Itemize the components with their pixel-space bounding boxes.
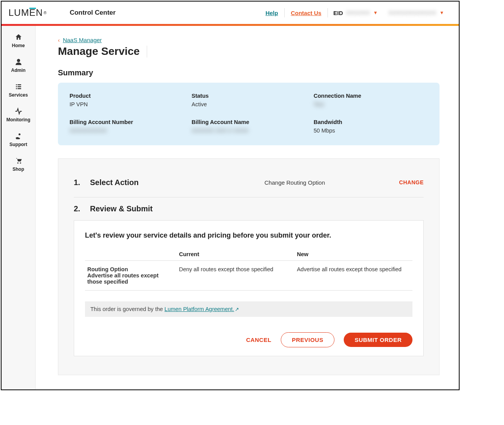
summary-heading: Summary xyxy=(58,68,440,77)
previous-button[interactable]: PREVIOUS xyxy=(281,332,335,347)
header: LUMEN® Control Center Help Contact Us EI… xyxy=(2,2,459,24)
control-center-label: Control Center xyxy=(70,9,115,17)
svg-rect-4 xyxy=(17,86,21,87)
support-icon xyxy=(14,132,23,140)
logo-text: LUMEN xyxy=(8,7,43,18)
field-connection-name: Connection Name Test xyxy=(314,93,428,107)
svg-rect-6 xyxy=(17,88,21,89)
sidebar-item-support[interactable]: Support xyxy=(2,132,35,147)
col-new: New xyxy=(295,248,412,261)
col-current: Current xyxy=(176,248,294,261)
eid-label: EID xyxy=(333,10,343,16)
review-panel: Let's review your service details and pr… xyxy=(74,220,424,356)
account-value: XXXXXXXXXXXX xyxy=(389,10,436,16)
chevron-down-icon: ▼ xyxy=(440,10,444,15)
sidebar-item-monitoring[interactable]: Monitoring xyxy=(2,107,35,122)
agreement-bar: This order is governed by the Lumen Plat… xyxy=(85,301,412,317)
svg-point-9 xyxy=(20,162,21,163)
review-heading: Let's review your service details and pr… xyxy=(85,231,412,240)
field-value: Active xyxy=(192,101,306,107)
activity-icon xyxy=(14,107,23,116)
submit-order-button[interactable]: SUBMIT ORDER xyxy=(344,333,412,347)
main-content: ‹ NaaS Manager Manage Service Summary Pr… xyxy=(36,26,459,389)
sidebar: Home Admin Services Monitoring xyxy=(2,26,36,389)
step-number: 2. xyxy=(74,204,90,213)
user-icon xyxy=(14,58,23,66)
eid-dropdown[interactable]: EID XXXXXX ▼ xyxy=(328,10,383,16)
app-frame: LUMEN® Control Center Help Contact Us EI… xyxy=(1,1,460,390)
sidebar-item-label: Admin xyxy=(2,68,35,73)
field-value: IP VPN xyxy=(70,101,184,107)
step-one-row: 1. Select Action Change Routing Option C… xyxy=(74,171,424,194)
contact-us-link[interactable]: Contact Us xyxy=(285,10,328,16)
logo: LUMEN® xyxy=(8,7,46,18)
sidebar-item-home[interactable]: Home xyxy=(2,33,35,48)
agreement-link[interactable]: Lumen Platform Agreement. xyxy=(165,306,234,312)
chevron-down-icon: ▼ xyxy=(373,10,378,15)
field-billing-account-number: Billing Account Number XXXXXXXXXX xyxy=(70,119,184,134)
svg-rect-1 xyxy=(16,84,17,85)
row-new-value: Advertise all routes except those specif… xyxy=(295,260,412,290)
field-label: Status xyxy=(192,93,306,99)
agreement-text: This order is governed by the xyxy=(90,306,165,312)
eid-value: XXXXXX xyxy=(346,10,370,16)
sidebar-item-services[interactable]: Services xyxy=(2,82,35,98)
sidebar-item-label: Home xyxy=(2,43,35,48)
step-title: Review & Submit xyxy=(90,204,190,213)
row-current-value: Deny all routes except those specified xyxy=(176,260,294,290)
breadcrumb: ‹ NaaS Manager xyxy=(58,37,440,43)
step-selected-value: Change Routing Option xyxy=(190,179,399,186)
svg-point-7 xyxy=(19,133,20,135)
field-label: Billing Account Name xyxy=(192,119,306,125)
steps-card: 1. Select Action Change Routing Option C… xyxy=(58,158,440,375)
sidebar-item-admin[interactable]: Admin xyxy=(2,58,35,73)
review-table: Current New Routing Option Advertise all… xyxy=(85,248,412,291)
field-label: Bandwidth xyxy=(314,119,428,125)
field-label: Product xyxy=(70,93,184,99)
field-value: XXXXXXXXXX xyxy=(70,128,184,134)
page-title: Manage Service xyxy=(58,46,147,58)
list-icon xyxy=(14,82,23,91)
sidebar-item-label: Services xyxy=(2,92,35,98)
field-label: Connection Name xyxy=(314,93,428,99)
sidebar-item-shop[interactable]: Shop xyxy=(2,156,35,172)
step-title: Select Action xyxy=(90,178,190,187)
svg-rect-5 xyxy=(16,88,17,89)
svg-point-8 xyxy=(17,162,18,163)
field-value: Test xyxy=(314,101,428,107)
home-icon xyxy=(14,33,23,41)
step-number: 1. xyxy=(74,178,90,187)
change-button[interactable]: CHANGE xyxy=(399,179,424,185)
registered-mark: ® xyxy=(44,11,46,15)
table-row: Routing Option Advertise all routes exce… xyxy=(85,260,412,290)
field-label: Billing Account Number xyxy=(70,119,184,125)
sidebar-item-label: Shop xyxy=(2,167,35,172)
breadcrumb-back-link[interactable]: NaaS Manager xyxy=(63,37,102,43)
account-dropdown[interactable]: XXXXXXXXXXXX ▼ xyxy=(383,10,450,16)
svg-rect-2 xyxy=(17,84,21,85)
step-two-row: 2. Review & Submit xyxy=(74,197,424,213)
field-value: XXXXXX XXX X XXXX xyxy=(192,128,306,134)
row-label: Routing Option xyxy=(87,266,174,272)
field-product: Product IP VPN xyxy=(70,93,184,107)
chevron-left-icon: ‹ xyxy=(58,37,60,43)
help-link[interactable]: Help xyxy=(259,10,284,16)
cart-icon xyxy=(14,156,23,165)
field-value: 50 Mbps xyxy=(314,128,428,134)
field-billing-account-name: Billing Account Name XXXXXX XXX X XXXX xyxy=(192,119,306,134)
sidebar-item-label: Support xyxy=(2,142,35,147)
field-bandwidth: Bandwidth 50 Mbps xyxy=(314,119,428,134)
external-link-icon: ↗ xyxy=(235,306,239,312)
summary-card: Product IP VPN Status Active Connection … xyxy=(58,83,440,145)
sidebar-item-label: Monitoring xyxy=(2,117,35,122)
svg-point-0 xyxy=(17,59,20,62)
svg-rect-3 xyxy=(16,86,17,87)
row-sublabel: Advertise all routes except those specif… xyxy=(87,272,174,285)
cancel-button[interactable]: CANCEL xyxy=(246,337,272,343)
field-status: Status Active xyxy=(192,93,306,107)
button-row: CANCEL PREVIOUS SUBMIT ORDER xyxy=(85,332,412,347)
